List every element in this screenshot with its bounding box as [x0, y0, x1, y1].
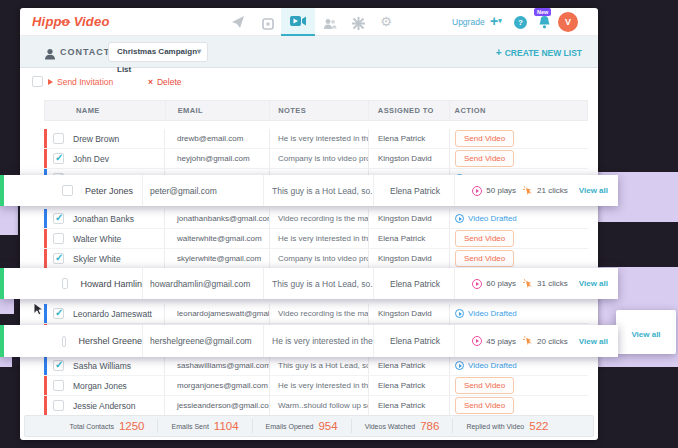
upgrade-link[interactable]: Upgrade: [452, 17, 485, 27]
assigned-to: Elena Patrick: [369, 229, 450, 248]
row-checkbox[interactable]: [53, 360, 64, 371]
table-row[interactable]: Jonathan Banks jonathanbanks@gmail.com V…: [44, 209, 588, 229]
contact-name: Jessie Anderson: [73, 401, 135, 411]
create-new-list-button[interactable]: +CREATE NEW LIST: [496, 47, 582, 58]
play-icon: [472, 186, 482, 196]
row-checkbox[interactable]: [53, 233, 64, 244]
integrations-icon[interactable]: [351, 16, 365, 30]
view-all-link[interactable]: View all: [631, 330, 660, 339]
contact-notes: Warm..should follow up so...: [270, 396, 369, 415]
contact-person-icon: [44, 46, 56, 64]
row-checkbox[interactable]: [62, 185, 73, 196]
view-all-link[interactable]: View all: [579, 279, 608, 288]
send-video-button[interactable]: Send Video: [455, 150, 514, 167]
expanded-row-card[interactable]: Hershel Greene hershelgreene@gmail.com H…: [0, 325, 618, 357]
contact-email: hershelgreene@gmail.com: [143, 325, 264, 357]
table-row[interactable]: Walter White walterwhite@gmail.com He is…: [44, 229, 588, 249]
send-video-button[interactable]: Send Video: [455, 397, 514, 414]
contact-name: Howard Hamlin: [80, 279, 142, 289]
send-video-button[interactable]: Send Video: [455, 250, 514, 267]
select-all-checkbox[interactable]: [32, 76, 43, 87]
play-icon: [472, 336, 482, 346]
play-icon: [455, 309, 464, 318]
assigned-to: Elena Patrick: [369, 129, 450, 148]
clicks-stat: 20 clicks: [523, 336, 568, 346]
help-button[interactable]: ?: [514, 16, 527, 29]
table-row[interactable]: John Dev heyjohn@gmail.com Company is in…: [44, 149, 588, 169]
send-video-button[interactable]: Send Video: [455, 130, 514, 147]
notifications-bell-icon[interactable]: [538, 15, 552, 31]
library-icon[interactable]: [261, 16, 275, 30]
send-video-button[interactable]: Send Video: [455, 377, 514, 394]
contact-notes: Company is into video produ...: [270, 149, 369, 168]
video-drafted-link[interactable]: Video Drafted: [455, 309, 517, 318]
contact-notes: He is very interested in the prod...: [264, 325, 374, 357]
row-accent: [44, 149, 47, 168]
play-icon: [455, 214, 464, 223]
screenshot-canvas: Hippo Video ⚙ Upgrade +▾ ? New: [0, 0, 678, 448]
table-row[interactable]: Drew Brown drewb@email.com He is very in…: [44, 129, 588, 149]
contact-name: Peter Jones: [85, 186, 133, 196]
chevron-down-icon: ▾: [197, 43, 201, 61]
send-icon[interactable]: [231, 15, 245, 29]
col-name: NAME: [45, 101, 166, 120]
row-checkbox[interactable]: [53, 133, 64, 144]
contact-name: Skyler White: [73, 254, 121, 264]
assigned-to: Elena Patrick: [369, 396, 450, 415]
row-accent: [44, 376, 47, 395]
table-row[interactable]: Morgan Jones morganjones@gmail.com He is…: [44, 376, 588, 396]
contact-name: Walter White: [73, 234, 121, 244]
row-checkbox[interactable]: [53, 153, 64, 164]
send-video-button[interactable]: Send Video: [455, 230, 514, 247]
plays-stat: 45 plays: [472, 336, 516, 346]
avatar[interactable]: V: [558, 12, 578, 32]
plays-stat: 60 plays: [472, 279, 516, 289]
click-cursor-icon: [523, 279, 533, 289]
send-invitation-button[interactable]: Send Invitation: [48, 77, 113, 87]
send-arrow-icon: [48, 79, 53, 85]
row-checkbox[interactable]: [53, 380, 64, 391]
row-accent: [44, 209, 47, 228]
clicks-stat: 21 clicks: [523, 186, 568, 196]
play-icon: [472, 279, 482, 289]
row-checkbox[interactable]: [62, 336, 66, 347]
contact-name: Sasha Williams: [73, 361, 131, 371]
expanded-row-card[interactable]: Howard Hamlin howardhamlin@gmail.com Thi…: [0, 268, 618, 299]
contact-email: sashawilliams@gmail.com: [165, 356, 270, 375]
delete-button[interactable]: ×Delete: [148, 77, 182, 87]
add-new-button[interactable]: +▾: [490, 13, 502, 29]
campaign-list-dropdown[interactable]: Christmas Campaign List ▾: [108, 42, 208, 62]
settings-icon[interactable]: ⚙: [379, 15, 393, 29]
row-accent: [44, 249, 47, 268]
row-checkbox[interactable]: [62, 278, 68, 289]
video-drafted-link[interactable]: Video Drafted: [455, 361, 517, 370]
contact-email: drewb@email.com: [165, 129, 270, 148]
mouse-cursor-icon: [33, 302, 46, 320]
row-checkbox[interactable]: [53, 308, 64, 319]
contact-notes: This guy is a Hot Lead, so...: [264, 175, 374, 206]
view-all-link[interactable]: View all: [579, 337, 608, 346]
row-accent: [44, 129, 47, 148]
view-all-link[interactable]: View all: [579, 186, 608, 195]
logo-ears-icon: [60, 9, 72, 27]
row-accent: [44, 229, 47, 248]
video-drafted-link[interactable]: Video Drafted: [455, 214, 517, 223]
video-camera-icon[interactable]: [281, 8, 315, 36]
contact-list-bar: CONTACT LIST Christmas Campaign List ▾ +…: [20, 36, 598, 68]
contacts-table: NAME EMAIL NOTES ASSIGNED TO ACTION Drew…: [44, 100, 588, 409]
col-assigned: ASSIGNED TO: [369, 101, 450, 120]
assigned-to: Kingston David: [369, 209, 450, 228]
app-window: Hippo Video ⚙ Upgrade +▾ ? New: [20, 8, 598, 440]
play-icon: [455, 361, 464, 370]
stats-footer: Total Contacts1250 Emails Sent1104 Email…: [24, 415, 594, 437]
table-row[interactable]: Skyler White skylerwhite@gmail.com Compa…: [44, 249, 588, 269]
table-row[interactable]: Sasha Williams sashawilliams@gmail.com T…: [44, 356, 588, 376]
expanded-row-card[interactable]: Peter Jones peter@gmail.com This guy is …: [0, 175, 618, 206]
contacts-icon[interactable]: [323, 16, 337, 30]
table-row[interactable]: Leonardo Jameswatt leonardojameswatt@gma…: [44, 304, 588, 324]
contact-email: peter@gmail.com: [143, 175, 264, 206]
row-checkbox[interactable]: [53, 253, 64, 264]
table-row[interactable]: Jessie Anderson jessieanderson@gmail.com…: [44, 396, 588, 416]
row-checkbox[interactable]: [53, 213, 64, 224]
row-checkbox[interactable]: [53, 400, 64, 411]
